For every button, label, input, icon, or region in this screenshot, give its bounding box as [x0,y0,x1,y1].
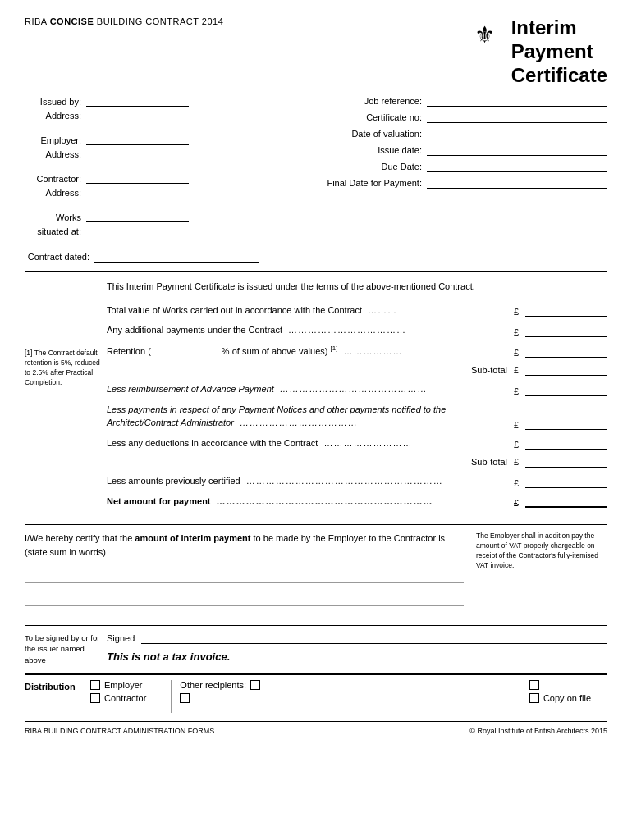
header-title: RIBA CONCISE BUILDING CONTRACT 2014 [25,16,223,26]
issued-by-row: Issued by:Address: [25,95,189,122]
subtotal-2-field[interactable] [525,456,607,468]
header-right: ⚜ Interim Payment Certificate [466,16,607,87]
copy-on-file-label: Copy on file [543,693,591,703]
currency-1: £ [514,307,525,317]
additional-text: Any additional payments under the Contra… [107,323,514,337]
contract-dated-label: Contract dated: [25,252,94,262]
retention-percent-field[interactable] [153,354,219,354]
works-row: Workssituated at: [25,211,189,238]
dist-copy-row-1 [529,680,591,690]
footer-right: © Royal Institute of British Architects … [469,727,607,735]
advance-text: Less reimbursement of Advance Payment ……… [107,382,514,396]
dist-group-1: Employer Contractor [90,680,146,703]
advance-field[interactable] [525,385,607,396]
cert-content: I/We hereby certify that the amount of i… [25,532,607,613]
cert-bold-text: amount of interim payment [135,533,250,543]
page: RIBA CONCISE BUILDING CONTRACT 2014 ⚜ In… [0,0,632,840]
date-valuation-field[interactable] [427,128,607,139]
cert-no-label: Certificate no: [366,112,427,122]
calc-row-retention: Retention (% of sum of above values) [1]… [107,344,607,358]
dist-contractor: Contractor [90,693,146,703]
issued-by-field[interactable] [86,95,189,107]
cert-section: I/We hereby certify that the amount of i… [25,524,607,613]
other-recipients-label: Other recipients: [180,680,246,690]
contractor-dist-label: Contractor [104,693,146,703]
right-info: Job reference: Certificate no: Date of v… [205,95,607,243]
copy-checkbox-2[interactable] [529,693,539,703]
contractor-checkbox[interactable] [90,693,100,703]
footnote-col: [1] The Contract default retention is 5%… [25,304,107,514]
calc-row-prev-certified: Less amounts previously certified ………………… [107,474,607,488]
works-field[interactable] [86,211,189,222]
calc-row-notices: Less payments in respect of any Payment … [107,403,607,430]
dist-other-recipients: Other recipients: [180,680,260,703]
cert-text: I/We hereby certify that the amount of i… [25,532,464,559]
dots-5: ……………………………… [240,418,358,427]
currency-7: £ [514,478,525,488]
riba-logo-icon: ⚜ [466,18,503,66]
dots-4: ……………………………………… [280,384,428,394]
due-date-label: Due Date: [381,162,427,171]
due-date-field[interactable] [427,161,607,172]
total-value-field[interactable] [525,305,607,317]
sign-content: Signed This is not a tax invoice. [107,632,607,663]
distribution-section: Distribution Employer Contractor Other r… [25,673,607,713]
dots-8: ………………………………………………………… [217,496,433,506]
copy-checkbox-1[interactable] [529,680,539,690]
additional-field[interactable] [525,326,607,337]
prev-certified-text: Less amounts previously certified ………………… [107,474,514,488]
other-recipients-row-2 [180,693,260,703]
svg-text:⚜: ⚜ [474,22,494,48]
job-ref-label: Job reference: [364,96,427,106]
subtotal-2-label: Sub-total [471,457,514,467]
calc-row-deductions: Less any deductions in accordance with t… [107,436,607,450]
not-tax-invoice: This is not a tax invoice. [107,651,607,663]
issue-date-field[interactable] [427,144,607,156]
final-date-row: Final Date for Payment: [205,177,607,189]
other-recipients-row: Other recipients: [180,680,260,690]
issue-date-row: Issue date: [205,144,607,156]
cert-line-2[interactable] [25,590,464,606]
cert-no-row: Certificate no: [205,112,607,123]
concise-bold: CONCISE [50,16,94,26]
sign-label: To be signed by or for the issuer named … [25,632,107,665]
cert-main: I/We hereby certify that the amount of i… [25,532,464,613]
signature-line[interactable] [141,632,607,644]
cert-line-1[interactable] [25,567,464,583]
currency-8: £ [514,498,525,508]
date-valuation-label: Date of valuation: [351,129,427,139]
footer-left: RIBA BUILDING CONTRACT ADMINISTRATION FO… [25,727,214,735]
retention-field[interactable] [525,346,607,358]
notices-text: Less payments in respect of any Payment … [107,403,514,430]
signed-word: Signed [107,633,135,643]
top-info: Issued by:Address: Employer:Address: Con… [25,95,607,243]
employer-checkbox[interactable] [90,680,100,690]
distribution-label: Distribution [25,680,90,692]
job-ref-field[interactable] [427,95,607,107]
dots-6: ……………………… [323,438,412,448]
notices-field[interactable] [525,418,607,430]
currency-4: £ [514,386,525,396]
currency-3: £ [514,348,525,358]
deductions-field[interactable] [525,438,607,450]
subtotal-1-field[interactable] [525,364,607,376]
dist-employer: Employer [90,680,146,690]
prev-certified-field[interactable] [525,477,607,488]
issued-by-label: Issued by:Address: [25,95,86,122]
employer-field[interactable] [86,134,189,145]
final-date-field[interactable] [427,177,607,189]
contractor-row: Contractor:Address: [25,172,189,199]
net-amount-text: Net amount for payment ……………………………………………… [107,495,514,509]
dots-3: ……………… [343,346,402,356]
other-checkbox-2[interactable] [180,693,190,703]
contract-dated-field[interactable] [94,251,259,262]
dots-7: …………………………………………………… [246,476,443,486]
certificate-title: Interim Payment Certificate [511,16,607,87]
net-amount-field[interactable] [525,496,607,508]
cert-no-field[interactable] [427,112,607,123]
footnote-text: [1] The Contract default retention is 5%… [25,349,103,388]
calc-area: [1] The Contract default retention is 5%… [25,304,607,514]
other-checkbox-1[interactable] [250,680,260,690]
signed-row: Signed [107,632,607,644]
contractor-field[interactable] [86,172,189,184]
